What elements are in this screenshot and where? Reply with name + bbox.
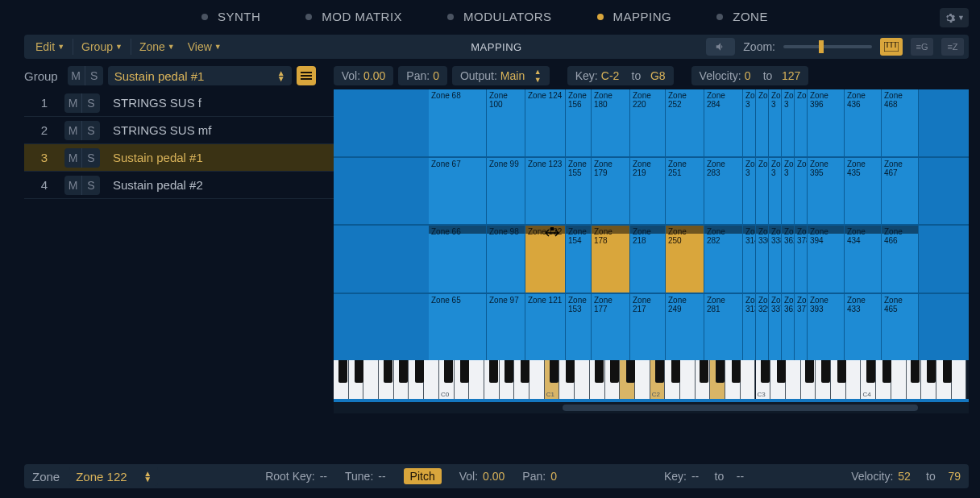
zone-cell[interactable]: Zone 337 — [769, 294, 782, 361]
zone-cell[interactable]: Zone 3 — [769, 89, 782, 156]
group-row[interactable]: 3 M S Sustain pedal #1 — [24, 144, 334, 172]
zone-cell[interactable]: Zone 99 — [487, 158, 525, 225]
zone-cell[interactable]: Zone 362 — [782, 226, 795, 293]
black-key[interactable] — [700, 360, 708, 383]
group-mute-button[interactable]: M — [64, 176, 82, 195]
zone-cell[interactable]: Zone — [756, 89, 769, 156]
black-key[interactable] — [911, 360, 920, 383]
view-mode-zone-button[interactable]: ≡Z — [941, 38, 964, 56]
zone-cell[interactable]: Zone 220 — [630, 89, 666, 156]
zone-cell[interactable]: Zone 123 — [525, 158, 566, 225]
black-key[interactable] — [927, 360, 936, 383]
zone-cell[interactable]: Zone 433 — [845, 294, 882, 361]
zone-cell[interactable]: Zone 97 — [487, 294, 525, 361]
zone-cell[interactable]: Zone 98 — [487, 226, 525, 293]
tab-zone[interactable]: ZONE — [716, 10, 768, 23]
zone-cell[interactable]: Zone 3 — [782, 89, 795, 156]
zone-cell[interactable]: Zone 249 — [666, 294, 704, 361]
black-key[interactable] — [595, 360, 604, 383]
white-key[interactable] — [363, 360, 379, 399]
zone-cell[interactable]: Zone 361 — [782, 294, 795, 361]
zone-cell[interactable]: Zone 378 — [795, 226, 808, 293]
black-key[interactable] — [761, 360, 770, 383]
zone-cell[interactable]: Zone 121 — [525, 294, 566, 361]
black-key[interactable] — [521, 360, 529, 383]
zone-cell[interactable]: Zone 3 — [743, 158, 756, 225]
black-key[interactable] — [444, 360, 453, 383]
header-output[interactable]: Output:Main ▲▼ — [452, 66, 550, 85]
white-key[interactable] — [786, 360, 801, 399]
zone-cell[interactable]: Zone 436 — [845, 89, 882, 156]
zone-cell[interactable]: Zone 283 — [704, 158, 743, 225]
group-mute-button[interactable]: M — [64, 121, 82, 140]
zone-cell[interactable]: Zone 68 — [429, 89, 487, 156]
black-key[interactable] — [882, 360, 891, 383]
group-solo-button[interactable]: S — [82, 93, 100, 113]
header-mute-button[interactable]: M — [68, 66, 85, 85]
zone-cell[interactable]: Zone 219 — [630, 158, 666, 225]
group-solo-button[interactable]: S — [82, 176, 100, 195]
black-key[interactable] — [505, 360, 513, 383]
zone-cell[interactable]: Zone 218 — [630, 226, 666, 293]
black-key[interactable] — [489, 360, 498, 383]
group-row[interactable]: 2 M S STRINGS SUS mf — [24, 117, 334, 144]
black-key[interactable] — [566, 360, 575, 383]
group-mute-button[interactable]: M — [64, 93, 82, 113]
white-key[interactable] — [891, 360, 907, 399]
zone-cell[interactable]: Zone 153 — [566, 294, 592, 361]
zone-menu[interactable]: Zone▼ — [133, 40, 181, 53]
black-key[interactable] — [460, 360, 469, 383]
zone-cell[interactable]: Zone 217 — [630, 294, 666, 361]
horizontal-scrollbar[interactable] — [334, 402, 969, 413]
footer-root-key[interactable]: Root Key: — [265, 470, 314, 483]
zone-cell[interactable]: Zone 66 — [429, 226, 487, 293]
black-key[interactable] — [821, 360, 830, 383]
keyboard[interactable]: C0C1C2C3C4 — [334, 360, 969, 399]
group-menu[interactable]: Group▼ — [75, 40, 129, 53]
zone-cell[interactable]: Zone 156 — [566, 89, 592, 156]
zone-cell[interactable]: Zone — [756, 158, 769, 225]
black-key[interactable] — [610, 360, 619, 383]
zone-cell[interactable]: Zone 251 — [666, 158, 704, 225]
black-key[interactable] — [399, 360, 408, 383]
zone-cell[interactable]: Zone 395 — [808, 158, 845, 225]
black-key[interactable] — [655, 360, 664, 383]
group-mute-button[interactable]: M — [64, 148, 82, 168]
zone-cell[interactable]: Zone 338 — [769, 226, 782, 293]
group-row[interactable]: 1 M S STRINGS SUS f — [24, 89, 334, 117]
white-key[interactable] — [680, 360, 696, 399]
group-list-button[interactable] — [297, 66, 316, 85]
group-row[interactable]: 4 M S Sustain pedal #2 — [24, 172, 334, 199]
black-key[interactable] — [732, 360, 741, 383]
view-mode-keyboard-button[interactable] — [880, 38, 903, 56]
header-key-range[interactable]: Key:C-2 to G8 — [567, 66, 674, 85]
zone-mapping-area[interactable]: Zone 68Zone 100Zone 124Zone 156Zone 180Z… — [334, 89, 969, 413]
audition-speaker-button[interactable] — [706, 38, 735, 56]
black-key[interactable] — [671, 360, 680, 383]
zone-cell[interactable]: Zone 396 — [808, 89, 845, 156]
zone-cell[interactable]: Zone 180 — [592, 89, 630, 156]
zone-cell[interactable]: Zone — [795, 158, 808, 225]
zone-cell[interactable]: Zone 467 — [882, 158, 919, 225]
zone-cell[interactable]: Zone 330 — [756, 226, 769, 293]
zone-cell[interactable]: Zone 465 — [882, 294, 919, 361]
header-velocity-range[interactable]: Velocity:0 to 127 — [691, 66, 809, 85]
zone-cell[interactable]: Zone 250 — [666, 226, 704, 293]
tab-modulators[interactable]: MODULATORS — [447, 10, 551, 23]
zone-cell[interactable]: Zone 313 — [743, 294, 756, 361]
footer-tune[interactable]: Tune: — [345, 470, 373, 483]
zone-cell[interactable]: Zone 100 — [487, 89, 525, 156]
tab-mapping[interactable]: MAPPING — [597, 10, 672, 23]
white-key[interactable] — [741, 360, 756, 399]
zone-cell[interactable]: Zone 65 — [429, 294, 487, 361]
zone-cell[interactable]: Zone 314 — [743, 226, 756, 293]
black-key[interactable] — [355, 360, 363, 383]
black-key[interactable] — [338, 360, 347, 383]
zone-cell[interactable]: Zone 434 — [845, 226, 882, 293]
black-key[interactable] — [626, 360, 635, 383]
edit-menu[interactable]: Edit▼ — [29, 40, 71, 53]
white-key[interactable] — [635, 360, 650, 399]
black-key[interactable] — [777, 360, 786, 383]
black-key[interactable] — [837, 360, 846, 383]
white-key[interactable] — [424, 360, 439, 399]
